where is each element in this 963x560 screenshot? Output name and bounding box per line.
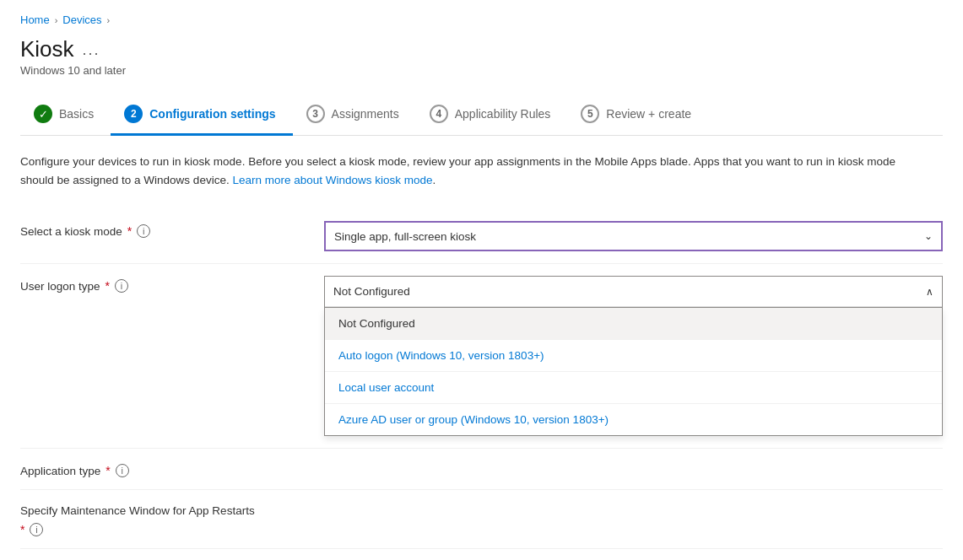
user-logon-option-azure-ad[interactable]: Azure AD user or group (Windows 10, vers… [325,404,942,435]
tab-label-applicability: Applicability Rules [455,107,551,121]
maintenance-window-info-icon[interactable]: i [30,523,43,536]
user-logon-required: * [105,279,110,293]
tab-checkmark-basics: ✓ [34,105,52,123]
user-logon-dropdown[interactable]: Not Configured ∧ [324,276,943,308]
application-type-label: Application type * i [20,460,324,477]
maintenance-window-required: * [20,523,24,536]
breadcrumb-devices[interactable]: Devices [62,13,101,26]
breadcrumb-chevron-2: › [107,15,111,25]
form-section: Select a kiosk mode * i Single app, full… [20,209,943,560]
description-text: Configure your devices to run in kiosk m… [20,153,906,189]
user-logon-selected-value: Not Configured [333,285,410,298]
kiosk-mode-chevron-icon: ⌄ [924,230,933,242]
user-logon-label-text: User logon type [20,280,100,293]
maintenance-window-row: Specify Maintenance Window for App Resta… [20,490,943,549]
kiosk-mode-control: Single app, full-screen kiosk ⌄ [324,221,943,251]
tab-label-review: Review + create [606,107,691,121]
kiosk-mode-label-text: Select a kiosk mode [20,225,122,238]
tab-basics[interactable]: ✓ Basics [20,94,111,136]
breadcrumb-chevron-1: › [55,15,58,25]
user-logon-option-auto-logon[interactable]: Auto logon (Windows 10, version 1803+) [325,340,942,372]
tab-configuration[interactable]: 2 Configuration settings [111,94,292,136]
user-logon-option-not-configured[interactable]: Not Configured [325,308,942,340]
maintenance-window-label: Specify Maintenance Window for App Resta… [20,502,324,536]
tab-label-assignments: Assignments [332,107,399,121]
application-type-label-text: Application type [20,465,100,477]
breadcrumb-home[interactable]: Home [20,13,50,26]
description-after-link: . [433,174,436,186]
breadcrumb: Home › Devices › [20,13,943,26]
maintenance-window-label-text: Specify Maintenance Window for App Resta… [20,503,255,520]
more-options-button[interactable]: ... [83,41,100,59]
description-link[interactable]: Learn more about Windows kiosk mode [232,174,432,186]
user-logon-control: Not Configured ∧ Not Configured Auto log… [324,276,943,436]
page-header: Kiosk ... Windows 10 and later [20,36,943,77]
application-type-info-icon[interactable]: i [116,464,129,477]
page-wrapper: Home › Devices › Kiosk ... Windows 10 an… [0,0,963,560]
kiosk-mode-info-icon[interactable]: i [137,224,150,238]
user-logon-dropdown-list: Not Configured Auto logon (Windows 10, v… [324,308,943,436]
description-before-link: Configure your devices to run in kiosk m… [20,155,895,186]
tab-review[interactable]: 5 Review + create [567,94,708,136]
user-logon-chevron-icon: ∧ [926,286,933,298]
application-type-row: Application type * i [20,449,943,490]
tab-number-applicability: 4 [430,105,448,123]
kiosk-mode-dropdown[interactable]: Single app, full-screen kiosk ⌄ [324,221,943,251]
tab-assignments[interactable]: 3 Assignments [293,94,416,136]
user-logon-label: User logon type * i [20,276,324,293]
user-logon-info-icon[interactable]: i [115,279,128,293]
tab-label-configuration: Configuration settings [149,107,275,121]
page-subtitle: Windows 10 and later [20,64,943,77]
tab-number-configuration: 2 [124,105,143,123]
maintenance-start-time-row: Maintenance Window Start Time [20,549,943,560]
kiosk-mode-label: Select a kiosk mode * i [20,221,324,238]
page-title: Kiosk [20,36,74,62]
user-logon-row: User logon type * i Not Configured ∧ Not… [20,264,943,449]
tab-label-basics: Basics [59,107,94,121]
tab-number-review: 5 [581,105,599,123]
wizard-tabs: ✓ Basics 2 Configuration settings 3 Assi… [20,94,943,136]
kiosk-mode-required: * [127,224,132,238]
kiosk-mode-row: Select a kiosk mode * i Single app, full… [20,209,943,264]
application-type-required: * [105,464,110,477]
user-logon-option-local-user[interactable]: Local user account [325,372,942,404]
tab-number-assignments: 3 [306,105,325,123]
page-title-row: Kiosk ... [20,36,943,62]
kiosk-mode-selected-value: Single app, full-screen kiosk [334,230,476,243]
tab-applicability[interactable]: 4 Applicability Rules [416,94,568,136]
user-logon-dropdown-header[interactable]: Not Configured ∧ [325,277,942,307]
